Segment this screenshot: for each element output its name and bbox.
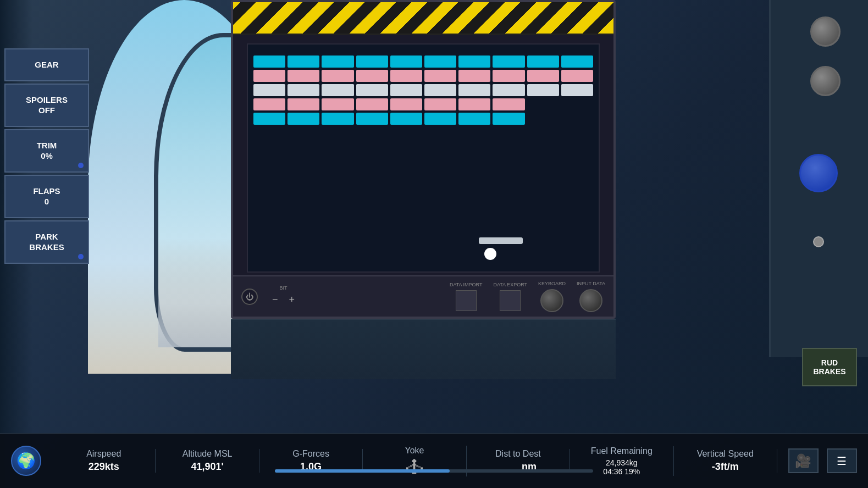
bottom-controls: 🎥 ☰ bbox=[788, 448, 857, 473]
brick bbox=[424, 113, 456, 125]
brick bbox=[253, 98, 285, 110]
data-import-group: DATA IMPORT bbox=[450, 282, 483, 311]
spoilers-button[interactable]: SPOILERS OFF bbox=[4, 84, 89, 127]
brick bbox=[390, 98, 422, 110]
data-import-button[interactable] bbox=[456, 290, 477, 311]
right-knob-mid[interactable] bbox=[810, 66, 841, 96]
data-export-label: DATA EXPORT bbox=[493, 282, 527, 287]
brick bbox=[288, 70, 319, 82]
dist-label: Dist to Dest bbox=[495, 449, 541, 459]
input-data-label: INPUT DATA bbox=[577, 281, 605, 286]
vspeed-label: Vertical Speed bbox=[697, 449, 754, 459]
park-brakes-label1: PARK bbox=[35, 232, 58, 241]
globe-button[interactable]: 🌍 bbox=[11, 446, 41, 476]
flaps-label1: FLAPS bbox=[33, 186, 60, 196]
keyboard-label: KEYBOARD bbox=[538, 281, 566, 286]
yoke-label: Yoke bbox=[405, 446, 424, 456]
brick bbox=[458, 70, 490, 82]
brick bbox=[390, 84, 422, 96]
brick bbox=[253, 70, 285, 82]
brick bbox=[356, 98, 388, 110]
brick bbox=[288, 113, 319, 125]
rud-brakes-label1: RUD bbox=[813, 358, 845, 367]
altitude-label: Altitude MSL bbox=[183, 449, 233, 459]
fuel-value2: 04:36 19% bbox=[603, 467, 640, 476]
brick-empty bbox=[561, 98, 593, 110]
spoilers-label1: SPOILERS bbox=[26, 95, 68, 104]
brick bbox=[458, 98, 490, 110]
altitude-item: Altitude MSL 41,901' bbox=[156, 449, 259, 473]
brick bbox=[527, 84, 559, 96]
right-panel bbox=[769, 0, 868, 357]
bit-label: BIT bbox=[280, 285, 288, 291]
brick bbox=[390, 70, 422, 82]
hazard-stripe bbox=[233, 2, 613, 35]
camera-button[interactable]: 🎥 bbox=[788, 448, 819, 473]
blue-button[interactable] bbox=[799, 154, 838, 192]
airspeed-item: Airspeed 229kts bbox=[52, 449, 156, 473]
brick bbox=[493, 113, 524, 125]
gear-button[interactable]: GEAR bbox=[4, 48, 89, 81]
plus-button[interactable]: + bbox=[286, 292, 298, 308]
brick-row-2 bbox=[253, 70, 593, 82]
brick bbox=[493, 98, 524, 110]
display-controls: ⏻ BIT − + DATA IMPORT DATA EXPORT KEYBOA… bbox=[233, 275, 613, 317]
brick bbox=[561, 84, 593, 96]
trim-label1: TRIM bbox=[37, 141, 57, 150]
brick bbox=[561, 56, 593, 68]
game-paddle bbox=[479, 237, 523, 244]
brick-row-1 bbox=[253, 56, 593, 68]
brick bbox=[322, 70, 353, 82]
brick bbox=[322, 84, 353, 96]
brick bbox=[424, 56, 456, 68]
brick bbox=[253, 84, 285, 96]
progress-bar-fill bbox=[275, 469, 450, 473]
park-brakes-indicator bbox=[78, 254, 84, 259]
main-display-unit: ⏻ BIT − + DATA IMPORT DATA EXPORT KEYBOA… bbox=[231, 0, 616, 319]
gear-label: GEAR bbox=[35, 60, 58, 69]
brick bbox=[356, 70, 388, 82]
brick bbox=[493, 56, 524, 68]
brick bbox=[390, 56, 422, 68]
minus-button[interactable]: − bbox=[269, 292, 281, 308]
brick bbox=[390, 113, 422, 125]
keyboard-knob[interactable] bbox=[540, 289, 563, 312]
altitude-value: 41,901' bbox=[191, 461, 223, 473]
brick bbox=[356, 56, 388, 68]
menu-button[interactable]: ☰ bbox=[827, 448, 857, 473]
input-data-knob[interactable] bbox=[579, 289, 602, 312]
brick bbox=[527, 70, 559, 82]
vspeed-value: -3ft/m bbox=[712, 461, 739, 473]
brick bbox=[424, 70, 456, 82]
rud-brakes-button[interactable]: RUD BRAKES bbox=[802, 348, 857, 386]
rud-brakes-label2: BRAKES bbox=[813, 367, 845, 376]
fuel-value1: 24,934kg bbox=[606, 458, 638, 467]
trim-indicator bbox=[78, 163, 84, 168]
power-button[interactable]: ⏻ bbox=[241, 289, 258, 305]
brick bbox=[253, 56, 285, 68]
brick-empty bbox=[527, 113, 559, 125]
brick bbox=[356, 84, 388, 96]
brick bbox=[322, 56, 353, 68]
yoke-icon: 🕹 bbox=[406, 458, 423, 476]
brick bbox=[458, 56, 490, 68]
brick-empty bbox=[527, 98, 559, 110]
brick-empty bbox=[561, 113, 593, 125]
gforces-label: G-Forces bbox=[292, 449, 329, 459]
fuel-label: Fuel Remaining bbox=[591, 446, 653, 456]
brick bbox=[288, 56, 319, 68]
brick bbox=[561, 70, 593, 82]
data-import-label: DATA IMPORT bbox=[450, 282, 483, 287]
airspeed-value: 229kts bbox=[89, 461, 119, 473]
trim-button[interactable]: TRIM 0% bbox=[4, 129, 89, 173]
right-knob-top[interactable] bbox=[810, 16, 841, 47]
brick bbox=[322, 98, 353, 110]
brick bbox=[253, 113, 285, 125]
park-brakes-button[interactable]: PARK BRAKES bbox=[4, 220, 89, 264]
brick bbox=[424, 98, 456, 110]
flaps-button[interactable]: FLAPS 0 bbox=[4, 175, 89, 218]
data-export-button[interactable] bbox=[500, 290, 521, 311]
brick bbox=[493, 84, 524, 96]
brick bbox=[458, 113, 490, 125]
brick-row-4 bbox=[253, 98, 593, 110]
